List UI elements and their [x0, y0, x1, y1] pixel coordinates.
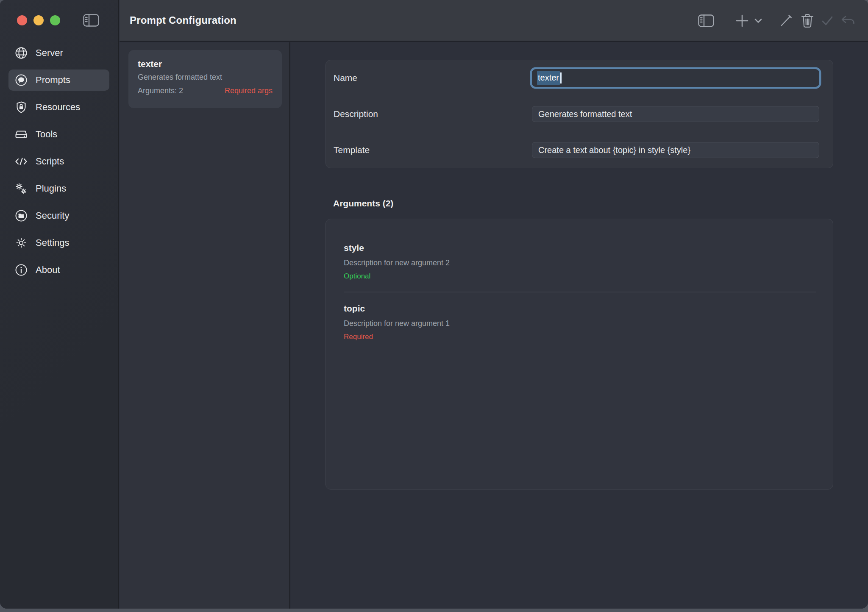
required-args-badge: Required args — [225, 86, 273, 95]
shield-lock-icon — [14, 100, 28, 114]
description-input[interactable] — [532, 106, 819, 122]
info-circle-icon — [14, 263, 28, 277]
main-content: Name texter Description Template Argumen… — [290, 42, 868, 609]
sidebar-item-label: Plugins — [36, 183, 66, 194]
app-window: Server Prompts — [0, 0, 868, 609]
sidebar-item-label: About — [36, 264, 60, 275]
sidebar-item-resources[interactable]: Resources — [8, 97, 109, 118]
sidebar-item-label: Resources — [36, 102, 80, 113]
window-controls — [17, 15, 60, 25]
gears-icon — [14, 182, 28, 195]
argument-status-required: Required — [344, 333, 816, 341]
sidebar-item-settings[interactable]: Settings — [8, 232, 109, 253]
app-screen: Server Prompts — [0, 0, 868, 612]
sidebar-item-server[interactable]: Server — [8, 42, 109, 64]
folder-circle-icon — [14, 209, 28, 223]
sidebar-item-plugins[interactable]: Plugins — [8, 178, 109, 199]
gear-icon — [14, 236, 28, 250]
chevron-down-icon[interactable] — [754, 18, 762, 23]
argument-divider — [344, 292, 816, 292]
argument-row-topic[interactable]: topic Description for new argument 1 Req… — [344, 303, 816, 341]
sidebar-nav: Server Prompts — [0, 42, 118, 287]
code-icon — [14, 155, 28, 168]
close-window-button[interactable] — [17, 15, 27, 25]
name-label: Name — [334, 73, 532, 83]
argument-status-optional: Optional — [344, 272, 816, 281]
zoom-window-button[interactable] — [50, 15, 60, 25]
sidebar-item-prompts[interactable]: Prompts — [8, 70, 109, 91]
chat-bubble-icon — [14, 73, 28, 87]
argument-description: Description for new argument 2 — [344, 259, 816, 267]
prompt-description: Generates formatted text — [138, 73, 273, 82]
drive-icon — [14, 128, 28, 141]
sidebar-item-security[interactable]: Security — [8, 205, 109, 226]
template-label: Template — [334, 145, 532, 155]
argument-name: topic — [344, 303, 816, 314]
sidebar-item-label: Settings — [36, 237, 70, 248]
confirm-check-icon — [821, 16, 833, 26]
prompt-form: Name texter Description Template — [326, 60, 833, 168]
globe-icon — [14, 46, 28, 60]
undo-icon — [841, 15, 855, 27]
delete-trash-icon[interactable] — [801, 14, 814, 28]
arguments-header: Arguments (2) — [333, 198, 393, 209]
edit-pencil-icon[interactable] — [780, 14, 793, 27]
argument-row-style[interactable]: style Description for new argument 2 Opt… — [344, 243, 816, 281]
arguments-box: style Description for new argument 2 Opt… — [326, 219, 833, 490]
sidebar-toggle-icon[interactable] — [83, 14, 99, 27]
prompt-name: texter — [138, 59, 273, 69]
sidebar-item-label: Prompts — [36, 75, 70, 86]
toolbar — [698, 0, 855, 42]
form-row-name: Name texter — [326, 60, 833, 96]
name-input[interactable]: texter — [532, 69, 819, 87]
argument-description: Description for new argument 1 — [344, 319, 816, 328]
prompt-list-item-texter[interactable]: texter Generates formatted text Argument… — [128, 50, 282, 108]
template-input[interactable] — [532, 142, 819, 158]
prompt-list-panel: texter Generates formatted text Argument… — [120, 42, 289, 609]
sidebar: Server Prompts — [0, 0, 119, 609]
add-icon[interactable] — [735, 14, 749, 28]
titlebar: Prompt Configuration — [120, 0, 868, 42]
sidebar-item-tools[interactable]: Tools — [8, 124, 109, 145]
sidebar-item-label: Security — [36, 210, 69, 221]
sidebar-item-about[interactable]: About — [8, 259, 109, 281]
description-label: Description — [334, 109, 532, 119]
argument-name: style — [344, 243, 816, 253]
sidebar-item-label: Tools — [36, 129, 57, 140]
minimize-window-button[interactable] — [33, 15, 44, 25]
sidebar-item-label: Scripts — [36, 156, 64, 167]
prompt-arguments-count: Arguments: 2 — [138, 86, 183, 95]
sidebar-item-label: Server — [36, 47, 63, 58]
selected-text: texter — [537, 71, 560, 85]
form-row-description: Description — [326, 96, 833, 132]
text-caret — [560, 72, 562, 83]
form-row-template: Template — [326, 132, 833, 168]
sidebar-item-scripts[interactable]: Scripts — [8, 151, 109, 172]
page-title: Prompt Configuration — [130, 14, 236, 26]
toggle-sidebar-icon[interactable] — [698, 14, 714, 27]
